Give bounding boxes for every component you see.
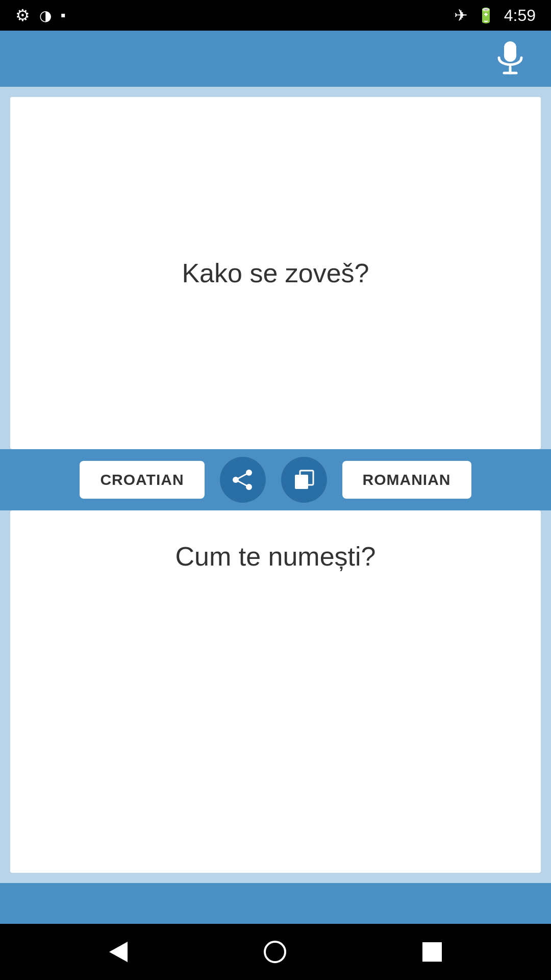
target-language-button[interactable]: ROMANIAN [342,461,471,499]
share-button[interactable] [220,457,266,503]
status-bar: ⚙ ◑ ▪ ✈ 🔋 4:59 [0,0,551,31]
status-bar-left: ⚙ ◑ ▪ [15,6,66,25]
nav-bar [0,924,551,980]
source-text: Kako se zoveš? [182,258,369,288]
svg-line-7 [236,480,249,487]
svg-line-6 [236,473,249,480]
svg-rect-8 [295,475,308,489]
settings-icon: ⚙ [15,6,30,25]
battery-icon: 🔋 [477,7,495,24]
mic-icon [497,41,523,76]
airplane-icon: ✈ [454,6,468,25]
language-bar: CROATIAN ROMANIAN [0,449,551,510]
status-time: 4:59 [504,6,536,25]
source-language-button[interactable]: CROATIAN [80,461,204,499]
target-panel: Cum te numești? [10,510,541,873]
recent-button[interactable] [422,942,442,962]
target-text: Cum te numești? [175,541,375,572]
svg-rect-0 [504,41,516,62]
share-icon [232,469,254,491]
circle-icon: ◑ [39,7,52,24]
copy-icon [293,469,315,491]
app-header [0,31,551,87]
home-button[interactable] [264,941,286,963]
sd-card-icon: ▪ [61,7,66,23]
source-panel: Kako se zoveš? [10,97,541,449]
microphone-button[interactable] [490,38,531,79]
back-button[interactable] [109,942,128,962]
main-content: Kako se zoveš? CROATIAN ROMANIAN Cum te … [0,87,551,883]
status-bar-right: ✈ 🔋 4:59 [454,6,536,25]
bottom-app-bar [0,883,551,924]
copy-button[interactable] [281,457,327,503]
